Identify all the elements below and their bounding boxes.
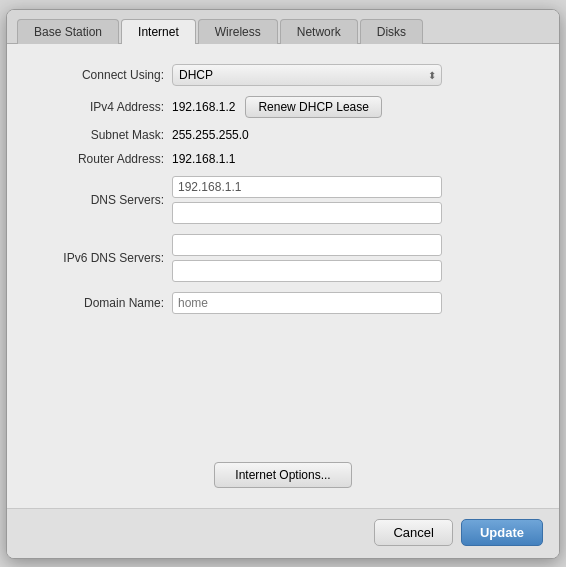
ipv6-dns-2-input[interactable]: [172, 260, 442, 282]
form-area: Connect Using: DHCP Static PPPoE PPTP L2…: [27, 64, 539, 442]
tab-disks[interactable]: Disks: [360, 19, 423, 44]
dns-servers-label: DNS Servers:: [27, 193, 172, 207]
tab-internet[interactable]: Internet: [121, 19, 196, 44]
connect-using-select[interactable]: DHCP Static PPPoE PPTP L2TP: [172, 64, 442, 86]
dns-server-1-input[interactable]: [172, 176, 442, 198]
router-address-value: 192.168.1.1: [172, 152, 235, 166]
domain-name-row: Domain Name:: [27, 292, 539, 314]
internet-options-area: Internet Options...: [27, 462, 539, 488]
dns-servers-row: DNS Servers:: [27, 176, 539, 224]
router-address-label: Router Address:: [27, 152, 172, 166]
domain-name-label: Domain Name:: [27, 296, 172, 310]
connect-using-row: Connect Using: DHCP Static PPPoE PPTP L2…: [27, 64, 539, 86]
ipv6-dns-group: [172, 234, 442, 282]
button-bar: Cancel Update: [7, 508, 559, 558]
subnet-mask-label: Subnet Mask:: [27, 128, 172, 142]
tab-network[interactable]: Network: [280, 19, 358, 44]
dns-server-2-input[interactable]: [172, 202, 442, 224]
tab-wireless[interactable]: Wireless: [198, 19, 278, 44]
ipv6-dns-1-input[interactable]: [172, 234, 442, 256]
ipv4-address-label: IPv4 Address:: [27, 100, 172, 114]
internet-options-button[interactable]: Internet Options...: [214, 462, 351, 488]
ipv6-dns-label: IPv6 DNS Servers:: [27, 251, 172, 265]
domain-name-input[interactable]: [172, 292, 442, 314]
renew-dhcp-button[interactable]: Renew DHCP Lease: [245, 96, 382, 118]
cancel-button[interactable]: Cancel: [374, 519, 452, 546]
ipv4-address-row: IPv4 Address: 192.168.1.2 Renew DHCP Lea…: [27, 96, 539, 118]
tab-content: Connect Using: DHCP Static PPPoE PPTP L2…: [7, 44, 559, 508]
connect-using-label: Connect Using:: [27, 68, 172, 82]
dns-servers-group: [172, 176, 442, 224]
main-window: Base Station Internet Wireless Network D…: [6, 9, 560, 559]
connect-using-select-wrapper: DHCP Static PPPoE PPTP L2TP ⬍: [172, 64, 442, 86]
update-button[interactable]: Update: [461, 519, 543, 546]
tab-bar: Base Station Internet Wireless Network D…: [7, 10, 559, 44]
subnet-mask-row: Subnet Mask: 255.255.255.0: [27, 128, 539, 142]
ipv4-address-value: 192.168.1.2: [172, 100, 235, 114]
tab-base-station[interactable]: Base Station: [17, 19, 119, 44]
router-address-row: Router Address: 192.168.1.1: [27, 152, 539, 166]
ipv6-dns-row: IPv6 DNS Servers:: [27, 234, 539, 282]
subnet-mask-value: 255.255.255.0: [172, 128, 249, 142]
